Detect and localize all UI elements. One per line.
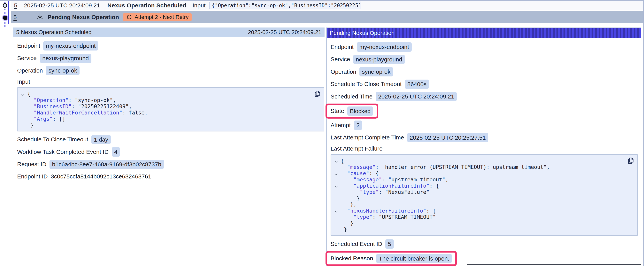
event-row-pending[interactable]: 5 Pending Nexus Operation Attempt 2 · Ne… (11, 11, 644, 24)
json-value: { (341, 158, 344, 164)
blocked-reason-annotation-highlight: Blocked Reason The circuit breaker is op… (326, 251, 457, 266)
event-history-view: 5 2025-02-25 UTC 20:24:09.21 Nexus Opera… (0, 0, 644, 266)
field-label: Service (330, 56, 350, 63)
field-label: Schedule To Close Timeout (330, 81, 402, 87)
code-gutter (332, 189, 341, 195)
code-line: } (332, 226, 635, 233)
field-value-chip: nexus-playground (353, 55, 405, 64)
field-label: Blocked Reason (330, 255, 373, 262)
event-timeline-rail (0, 1, 11, 29)
json-value: } (356, 195, 360, 201)
json-value: } (344, 226, 347, 233)
endpoint-id-link[interactable]: 3c0c75ccfa8144b092c13ce632463761 (51, 173, 151, 180)
retry-icon (126, 14, 132, 20)
code-line: "type": "UPSTREAM_TIMEOUT" (332, 214, 635, 220)
code-line: }, (332, 201, 635, 208)
code-line: "message": "handler error (UPSTREAM_TIME… (332, 164, 635, 170)
field-label: Attempt (330, 122, 351, 129)
copy-icon[interactable] (626, 157, 635, 165)
field-value-chip: 1 day (92, 135, 111, 144)
code-line: } (332, 195, 635, 201)
code-gutter (19, 110, 27, 116)
json-value: : [] (53, 116, 65, 122)
scheduled-panel-header: 5 Nexus Operation Scheduled 2025-02-25 U… (13, 28, 324, 37)
code-line: "Args": [] (19, 116, 321, 122)
json-key: "nexusHandlerFailureInfo" (347, 208, 426, 214)
pending-title: Pending Nexus Operation (48, 14, 119, 21)
json-value: : "20250225122409", (72, 103, 132, 110)
code-gutter (332, 201, 341, 208)
field-value-chip: 2025-02-25 UTC 20:25:27.51 (407, 133, 488, 142)
field-label: Request ID (17, 161, 46, 167)
selected-event-indicator-bar (8, 1, 9, 24)
field-label: Schedule To Close Timeout (17, 136, 88, 143)
pending-operation-panel: Pending Nexus Operation Endpoint my-nexu… (326, 28, 641, 266)
field-endpoint: Endpoint my-nexus-endpoint (330, 42, 638, 52)
scheduled-panel-time: 2025-02-25 UTC 20:24:09.21 (248, 29, 322, 36)
collapse-chevron-icon[interactable] (332, 158, 341, 164)
event-row-scheduled[interactable]: 5 2025-02-25 UTC 20:24:09.21 Nexus Opera… (11, 1, 644, 10)
bottom-divider (467, 264, 641, 265)
field-scheduled-time: Scheduled Time 2025-02-25 UTC 20:24:09.2… (330, 92, 638, 101)
field-value-chip: nexus-playground (40, 54, 92, 63)
pending-asterisk-icon (37, 14, 43, 21)
collapse-chevron-icon[interactable] (332, 170, 341, 176)
json-value: : "NexusFailure" (379, 189, 430, 195)
field-value-chip: 4 (112, 147, 120, 157)
field-label: State (330, 108, 344, 114)
collapse-chevron-icon[interactable] (19, 91, 27, 97)
field-label: Endpoint (330, 44, 354, 50)
code-gutter (19, 103, 27, 110)
field-value-chip: my-nexus-endpoint (357, 42, 412, 52)
field-label: Scheduled Time (330, 93, 372, 100)
json-value: : false, (122, 110, 148, 116)
event-timestamp: 2025-02-25 UTC 20:24:09.21 (24, 2, 102, 9)
copy-icon[interactable] (313, 90, 321, 98)
field-label: Scheduled Event ID (330, 241, 382, 247)
json-value: : { (426, 208, 436, 214)
code-gutter (332, 220, 341, 226)
code-line: } (19, 122, 321, 128)
code-gutter (332, 195, 341, 201)
pending-event-id-link[interactable]: 5 (14, 14, 17, 21)
json-value: : "sync-op-ok", (68, 97, 116, 103)
failure-block-label: Last Attempt Failure (330, 145, 638, 152)
field-request-id: Request ID b1c6a4bc-8ee7-468a-9169-df3b0… (17, 160, 324, 169)
state-value-chip: Blocked (347, 107, 373, 116)
field-value-chip: 5 (385, 239, 394, 249)
json-value: { (27, 91, 30, 97)
input-preview-chip[interactable]: {"Operation":"sync-op-ok","BusinessID":"… (209, 2, 361, 9)
collapse-chevron-icon[interactable] (332, 208, 341, 214)
blocked-reason-value-chip: The circuit breaker is open. (376, 254, 452, 263)
field-endpoint-id: Endpoint ID 3c0c75ccfa8144b092c13ce63246… (17, 172, 324, 181)
json-value: : "UPSTREAM_TIMEOUT" (372, 214, 436, 220)
code-gutter (19, 116, 27, 122)
pending-event-node-icon (3, 16, 8, 20)
field-value-chip: sync-op-ok (46, 66, 80, 75)
pending-panel-title: Pending Nexus Operation (330, 30, 394, 36)
json-key: "Args" (34, 116, 53, 122)
json-key: "HandlerWaitForCancellation" (34, 110, 122, 116)
field-value-chip: my-nexus-endpoint (43, 41, 98, 51)
input-label: Input (192, 2, 206, 9)
event-id-link[interactable]: 5 (14, 2, 17, 9)
json-key: "type" (354, 214, 372, 220)
field-label: Endpoint (17, 43, 40, 49)
code-line: "applicationFailureInfo": { (332, 183, 635, 189)
code-line: "cause": { (332, 170, 635, 176)
state-annotation-highlight: State Blocked (326, 104, 378, 119)
code-gutter (332, 176, 341, 183)
json-key: "message" (354, 176, 382, 183)
json-value: } (350, 220, 354, 226)
field-scheduled-event-id: Scheduled Event ID 5 (330, 239, 638, 249)
field-label: Endpoint ID (17, 173, 48, 180)
json-key: "type" (360, 189, 379, 195)
code-line: "nexusHandlerFailureInfo": { (332, 208, 635, 214)
field-label: Operation (17, 67, 43, 74)
json-value: : { (430, 183, 439, 189)
code-line: "message": "upstream timeout", (332, 176, 635, 183)
collapse-chevron-icon[interactable] (332, 183, 341, 189)
failure-json-viewer: { "message": "handler error (UPSTREAM_TI… (330, 154, 638, 236)
field-state: State Blocked (330, 104, 638, 119)
field-value-chip: 2025-02-25 UTC 20:24:09.21 (376, 92, 457, 101)
